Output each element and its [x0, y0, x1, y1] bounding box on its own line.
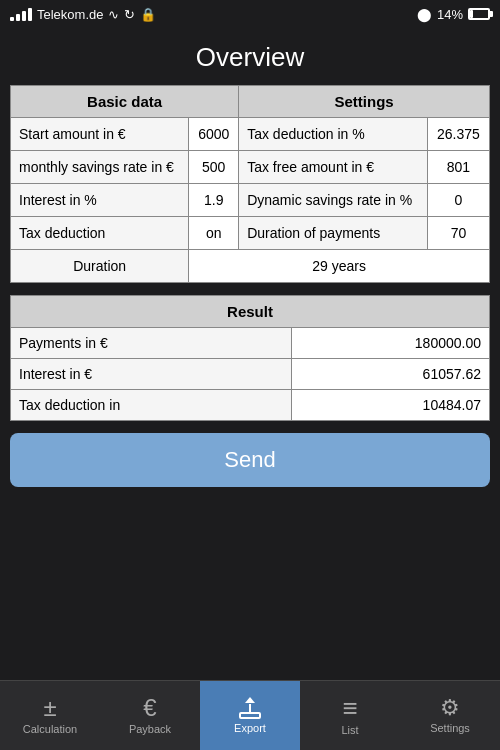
basic-row-value-2: 1.9 [189, 184, 239, 217]
calc-icon [43, 696, 56, 720]
nav-label-payback: Payback [129, 723, 171, 735]
status-right: ⬤ 14% [417, 7, 490, 22]
basic-row-label-0: Start amount in € [11, 118, 189, 151]
settings-header: Settings [239, 86, 490, 118]
time-icon: ⬤ [417, 7, 432, 22]
result-row: Payments in € 180000.00 [11, 328, 490, 359]
settings-row-value-0: 26.375 [427, 118, 489, 151]
duration-row: Duration 29 years [11, 250, 490, 283]
wifi-icon: ∿ [108, 7, 119, 22]
result-label-0: Payments in € [11, 328, 292, 359]
nav-label-list: List [341, 724, 358, 736]
settings-row-label-3: Duration of payments [239, 217, 428, 250]
sync-icon: ↻ [124, 7, 135, 22]
result-table: Result Payments in € 180000.00 Interest … [10, 295, 490, 421]
result-header: Result [11, 296, 490, 328]
basic-row-label-3: Tax deduction [11, 217, 189, 250]
basic-row-value-3: on [189, 217, 239, 250]
settings-row-label-1: Tax free amount in € [239, 151, 428, 184]
settings-icon [440, 697, 460, 719]
result-row: Tax deduction in 10484.07 [11, 390, 490, 421]
nav-item-list[interactable]: List [300, 681, 400, 750]
table-row: Interest in % 1.9 Dynamic savings rate i… [11, 184, 490, 217]
result-value-0: 180000.00 [292, 328, 490, 359]
battery-icon [468, 8, 490, 20]
result-label-2: Tax deduction in [11, 390, 292, 421]
basic-row-label-2: Interest in % [11, 184, 189, 217]
signal-icon [10, 8, 32, 21]
battery-percent: 14% [437, 7, 463, 22]
settings-row-label-2: Dynamic savings rate in % [239, 184, 428, 217]
result-value-2: 10484.07 [292, 390, 490, 421]
list-icon [342, 695, 357, 721]
result-value-1: 61057.62 [292, 359, 490, 390]
basic-row-label-1: monthly savings rate in € [11, 151, 189, 184]
settings-row-value-3: 70 [427, 217, 489, 250]
result-label-1: Interest in € [11, 359, 292, 390]
settings-row-value-2: 0 [427, 184, 489, 217]
export-icon [237, 697, 263, 719]
status-left: Telekom.de ∿ ↻ 🔒 [10, 7, 156, 22]
send-button[interactable]: Send [10, 433, 490, 487]
nav-label-calculation: Calculation [23, 723, 77, 735]
nav-item-export[interactable]: Export [200, 681, 300, 750]
table-row: Tax deduction on Duration of payments 70 [11, 217, 490, 250]
duration-label: Duration [11, 250, 189, 283]
table-row: Start amount in € 6000 Tax deduction in … [11, 118, 490, 151]
nav-label-export: Export [234, 722, 266, 734]
tables-wrapper: Basic data Settings Start amount in € 60… [0, 85, 500, 421]
nav-item-payback[interactable]: Payback [100, 681, 200, 750]
page-title: Overview [0, 28, 500, 85]
basic-row-value-0: 6000 [189, 118, 239, 151]
table-row: monthly savings rate in € 500 Tax free a… [11, 151, 490, 184]
basic-settings-table: Basic data Settings Start amount in € 60… [10, 85, 490, 283]
carrier-label: Telekom.de [37, 7, 103, 22]
settings-row-value-1: 801 [427, 151, 489, 184]
nav-item-settings[interactable]: Settings [400, 681, 500, 750]
nav-item-calculation[interactable]: Calculation [0, 681, 100, 750]
lock-icon: 🔒 [140, 7, 156, 22]
bottom-nav: Calculation Payback Export List Settings [0, 680, 500, 750]
status-bar: Telekom.de ∿ ↻ 🔒 ⬤ 14% [0, 0, 500, 28]
main-content: Overview Basic data Settings Start amoun… [0, 28, 500, 710]
nav-label-settings: Settings [430, 722, 470, 734]
basic-data-header: Basic data [11, 86, 239, 118]
settings-row-label-0: Tax deduction in % [239, 118, 428, 151]
result-row: Interest in € 61057.62 [11, 359, 490, 390]
duration-value: 29 years [189, 250, 490, 283]
basic-row-value-1: 500 [189, 151, 239, 184]
euro-icon [143, 696, 156, 720]
